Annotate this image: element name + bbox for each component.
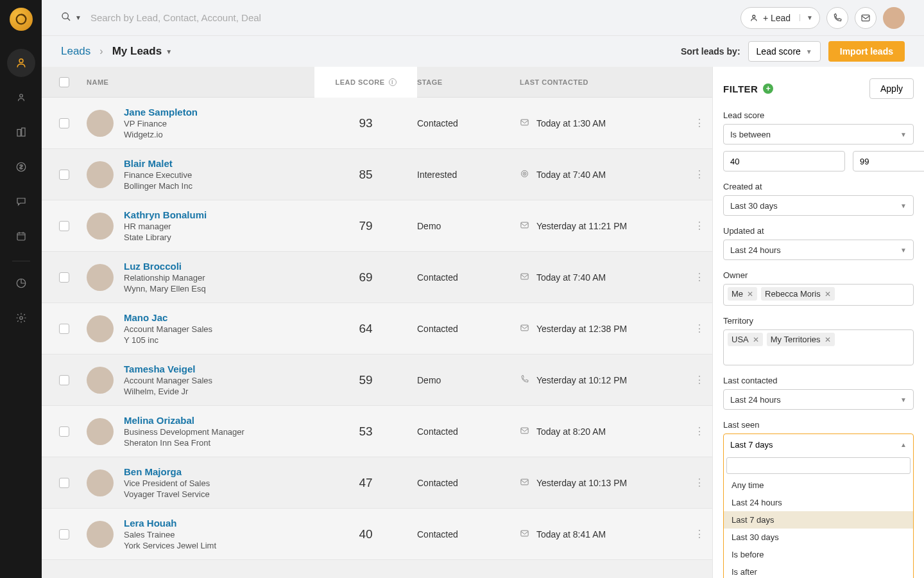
lead-name-link[interactable]: Tamesha Veigel — [124, 363, 212, 374]
row-checkbox[interactable] — [59, 170, 69, 180]
lead-score-min-input[interactable] — [723, 151, 845, 171]
lead-score-max-input[interactable] — [853, 151, 924, 171]
add-filter-button[interactable]: + — [763, 83, 773, 94]
lead-stage: Interested — [417, 170, 520, 180]
lead-name-link[interactable]: Ben Majorga — [124, 466, 210, 477]
nav-calendar-icon[interactable] — [7, 222, 35, 250]
left-nav — [0, 0, 42, 578]
lead-name-link[interactable]: Lera Houah — [124, 518, 216, 529]
breadcrumb-root[interactable]: Leads — [61, 45, 90, 58]
row-menu-button[interactable]: ⋮ — [687, 168, 712, 180]
lead-avatar[interactable] — [87, 521, 114, 548]
updated-at-label: Updated at — [723, 226, 914, 236]
lead-name-link[interactable]: Blair Malet — [124, 158, 193, 169]
lead-avatar[interactable] — [87, 264, 114, 291]
col-last-contacted[interactable]: LAST CONTACTED — [520, 78, 687, 86]
add-lead-caret[interactable]: ▼ — [800, 14, 819, 21]
lead-avatar[interactable] — [87, 213, 114, 240]
search-scope-caret[interactable]: ▼ — [75, 14, 81, 21]
phone-button[interactable] — [826, 7, 848, 29]
row-checkbox[interactable] — [59, 221, 69, 231]
nav-reports-icon[interactable] — [7, 269, 35, 297]
row-menu-button[interactable]: ⋮ — [687, 322, 712, 335]
last-seen-dropdown[interactable]: Last 7 days ▲ Any timeLast 24 hoursLast … — [723, 434, 914, 578]
row-checkbox[interactable] — [59, 478, 69, 488]
lead-avatar[interactable] — [87, 110, 114, 137]
dropdown-option[interactable]: Is before — [724, 546, 913, 563]
search-input[interactable] — [90, 12, 347, 23]
last-seen-search-input[interactable] — [726, 457, 911, 474]
search-icon[interactable] — [61, 12, 71, 24]
row-menu-button[interactable]: ⋮ — [687, 425, 712, 437]
owner-tagbox[interactable]: Me✕Rebecca Moris✕ — [723, 284, 914, 306]
nav-settings-icon[interactable] — [7, 304, 35, 332]
lead-avatar[interactable] — [87, 469, 114, 496]
lead-name-link[interactable]: Mano Jac — [124, 312, 212, 323]
nav-conversations-icon[interactable] — [7, 188, 35, 216]
select-all-checkbox[interactable] — [59, 77, 69, 87]
row-checkbox[interactable] — [59, 118, 69, 128]
row-checkbox[interactable] — [59, 324, 69, 334]
lead-avatar[interactable] — [87, 315, 114, 342]
nav-divider — [12, 261, 30, 261]
remove-tag-icon[interactable]: ✕ — [825, 290, 831, 299]
row-menu-button[interactable]: ⋮ — [687, 528, 712, 540]
lead-name-link[interactable]: Jane Sampleton — [124, 107, 198, 118]
mail-icon — [520, 118, 530, 129]
lead-score-op-select[interactable]: Is between▼ — [723, 124, 914, 144]
nav-contacts-icon[interactable] — [7, 83, 35, 112]
filter-title: FILTER — [723, 83, 758, 94]
lead-company: Voyager Travel Service — [124, 489, 210, 499]
last-contacted-select[interactable]: Last 24 hours▼ — [723, 389, 914, 410]
dropdown-option[interactable]: Is after — [724, 563, 913, 578]
user-avatar[interactable] — [883, 7, 905, 29]
filter-tag: My Territories✕ — [767, 333, 835, 346]
updated-at-select[interactable]: Last 24 hours▼ — [723, 240, 914, 260]
row-menu-button[interactable]: ⋮ — [687, 220, 712, 232]
lead-avatar[interactable] — [87, 367, 114, 394]
info-icon[interactable]: i — [389, 78, 397, 86]
app-logo[interactable] — [10, 8, 33, 31]
row-menu-button[interactable]: ⋮ — [687, 117, 712, 129]
table-row: Kathryn Bonalumi HR manager State Librar… — [42, 200, 712, 252]
mail-button[interactable] — [855, 7, 877, 29]
dropdown-option[interactable]: Last 7 days — [724, 511, 913, 529]
remove-tag-icon[interactable]: ✕ — [825, 335, 831, 344]
dropdown-option[interactable]: Last 24 hours — [724, 494, 913, 511]
created-at-select[interactable]: Last 30 days▼ — [723, 195, 914, 216]
import-leads-button[interactable]: Import leads — [828, 41, 905, 62]
last-contacted-text: Yesterday at 10:13 PM — [536, 478, 627, 488]
remove-tag-icon[interactable]: ✕ — [753, 335, 759, 344]
lead-name-link[interactable]: Luz Broccoli — [124, 261, 206, 272]
row-checkbox[interactable] — [59, 375, 69, 385]
row-menu-button[interactable]: ⋮ — [687, 477, 712, 489]
breadcrumb-current[interactable]: My Leads ▼ — [112, 45, 172, 58]
lead-title: VP Finance — [124, 119, 198, 128]
row-checkbox[interactable] — [59, 426, 69, 437]
sort-select[interactable]: Lead score ▼ — [748, 41, 821, 62]
lead-name-link[interactable]: Melina Orizabal — [124, 415, 244, 426]
nav-leads-icon[interactable] — [7, 49, 35, 77]
dropdown-option[interactable]: Last 30 days — [724, 529, 913, 546]
lead-stage: Demo — [417, 375, 520, 385]
territory-label: Territory — [723, 316, 914, 326]
territory-tagbox[interactable]: USA✕My Territories✕ — [723, 329, 914, 365]
col-stage[interactable]: STAGE — [417, 78, 520, 86]
remove-tag-icon[interactable]: ✕ — [747, 290, 753, 299]
row-checkbox[interactable] — [59, 272, 69, 283]
row-menu-button[interactable]: ⋮ — [687, 374, 712, 386]
nav-accounts-icon[interactable] — [7, 118, 35, 146]
apply-filter-button[interactable]: Apply — [869, 78, 914, 99]
lead-avatar[interactable] — [87, 418, 114, 445]
topbar: ▼ + Lead ▼ — [42, 0, 924, 36]
row-checkbox[interactable] — [59, 529, 69, 539]
svg-point-10 — [753, 15, 755, 17]
lead-avatar[interactable] — [87, 161, 114, 188]
add-lead-button[interactable]: + Lead ▼ — [740, 7, 820, 29]
col-name[interactable]: NAME — [87, 78, 314, 86]
dropdown-option[interactable]: Any time — [724, 477, 913, 494]
nav-deals-icon[interactable] — [7, 153, 35, 181]
lead-name-link[interactable]: Kathryn Bonalumi — [124, 209, 207, 220]
col-score[interactable]: LEAD SCORE i — [314, 67, 417, 98]
row-menu-button[interactable]: ⋮ — [687, 271, 712, 283]
